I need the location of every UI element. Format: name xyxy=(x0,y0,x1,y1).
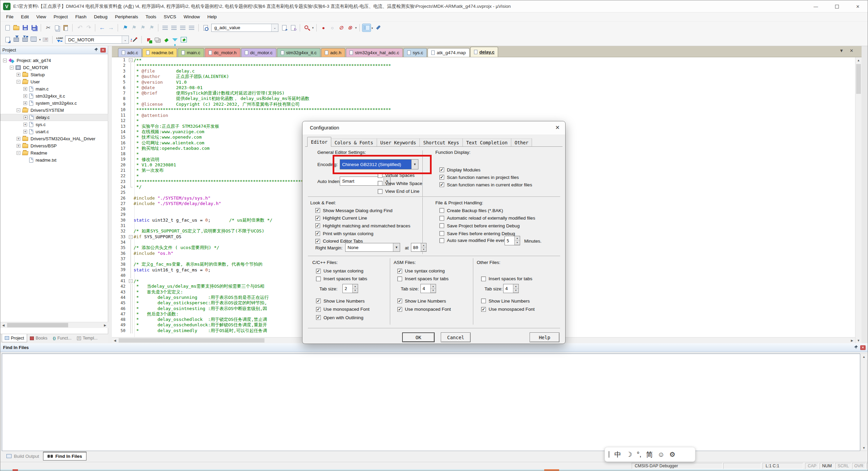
editor-tab-stm32g4xx-hal-adc-c[interactable]: stm32g4xx_hal_adc.c xyxy=(346,48,403,57)
menu-item-edit[interactable]: Edit xyxy=(17,13,33,21)
pin-icon[interactable] xyxy=(854,345,858,351)
scroll-right-icon[interactable]: ▶ xyxy=(102,322,108,328)
paste-icon[interactable] xyxy=(61,24,70,32)
output-tab-build-output[interactable]: Build Output xyxy=(2,452,43,460)
ime-moon-icon[interactable]: ☽ xyxy=(626,450,632,458)
editor-close-icon[interactable]: ✕ xyxy=(850,48,853,53)
disable-breakpoint-icon[interactable] xyxy=(337,24,346,32)
editor-tab-atk-g474-map[interactable]: atk_g474.map xyxy=(428,48,470,57)
save-icon[interactable] xyxy=(21,24,29,32)
copy-icon[interactable] xyxy=(52,24,61,32)
download-icon[interactable] xyxy=(55,36,64,44)
start-stop-debug-icon[interactable] xyxy=(144,36,153,44)
panel-tab-templ[interactable]: TTempl... xyxy=(74,334,100,342)
ime-simplified-icon[interactable]: 简 xyxy=(646,450,653,459)
scroll-down-icon[interactable]: ▼ xyxy=(855,337,862,343)
checkbox-open-with-outlining[interactable]: ✓ xyxy=(316,315,321,320)
checkbox-use-monospaced-font[interactable]: ✓ xyxy=(397,307,402,312)
project-panel-close-icon[interactable]: ✕ xyxy=(100,48,106,53)
scroll-up-icon[interactable]: ▲ xyxy=(855,57,862,63)
checkbox-use-monospaced-font[interactable]: ✓ xyxy=(316,307,321,312)
spin-up-icon[interactable]: ▲ xyxy=(353,284,358,289)
scroll-thumb[interactable] xyxy=(7,323,68,327)
insert-breakpoint-icon[interactable] xyxy=(319,24,328,32)
ime-emoji-icon[interactable]: ☺ xyxy=(658,451,665,458)
tree-item-readme-txt[interactable]: readme.txt xyxy=(0,157,108,164)
collapse-icon[interactable]: − xyxy=(17,108,20,112)
rebuild-all-icon[interactable] xyxy=(21,36,29,44)
tree-item-drivers-stm32g4xx-hal-driver[interactable]: +Drivers/STM32G4xx_HAL_Driver xyxy=(0,135,108,142)
checkbox-view-white-space[interactable] xyxy=(378,181,382,186)
toggle-bookmark-icon[interactable] xyxy=(120,24,129,32)
tree-item-sys-c[interactable]: +sys.c xyxy=(0,121,108,128)
expand-icon[interactable]: + xyxy=(24,116,27,119)
ime-punctuation-icon[interactable]: °, xyxy=(637,451,642,458)
tree-item-user[interactable]: −User xyxy=(0,78,108,85)
scroll-right-icon[interactable]: ▶ xyxy=(849,337,855,343)
chevron-down-icon[interactable]: ⌄ xyxy=(271,24,278,32)
maximize-button[interactable] xyxy=(826,0,847,13)
open-file-icon[interactable] xyxy=(12,24,21,32)
fold-collapse-icon[interactable]: − xyxy=(129,279,133,283)
spin-down-icon[interactable]: ▼ xyxy=(421,247,426,251)
tree-item-delay-c[interactable]: +delay.c xyxy=(0,114,108,121)
panel-tab-books[interactable]: Books xyxy=(27,334,50,342)
tree-item-project-atk-g474[interactable]: −Project: atk_g474 xyxy=(0,57,108,64)
pack-installer-icon[interactable] xyxy=(179,36,188,44)
menu-item-help[interactable]: Help xyxy=(204,13,221,21)
find-results-output[interactable] xyxy=(2,353,860,451)
debug-windows-icon[interactable] xyxy=(153,36,162,44)
options-for-target-icon[interactable] xyxy=(130,36,139,44)
incremental-find-icon[interactable] xyxy=(289,24,297,32)
checkbox-create-backup-files-bak[interactable] xyxy=(439,208,444,213)
panel-tab-funct[interactable]: {}Funct... xyxy=(50,334,74,342)
dialog-close-icon[interactable]: ✕ xyxy=(555,124,560,131)
find-icon[interactable] xyxy=(302,24,311,32)
output-tab-find-in-files[interactable]: Find In Files xyxy=(43,452,86,460)
checkbox-use-syntax-coloring[interactable]: ✓ xyxy=(397,269,402,273)
tree-item-main-c[interactable]: +main.c xyxy=(0,85,108,93)
checkbox-use-syntax-coloring[interactable]: ✓ xyxy=(316,269,321,273)
minimize-button[interactable]: — xyxy=(805,0,826,13)
ime-drag-handle[interactable] xyxy=(608,451,610,458)
scroll-left-icon[interactable]: ◀ xyxy=(0,322,6,328)
spin-down-icon[interactable]: ▼ xyxy=(513,289,518,293)
checkbox-automatic-reload-of-externally-modified-files[interactable] xyxy=(439,216,444,221)
checkbox-colored-editor-tabs[interactable]: ✓ xyxy=(315,239,320,244)
menu-item-file[interactable]: File xyxy=(2,13,17,21)
c-tab-size-spinner[interactable]: 2 ▲▼ xyxy=(342,284,358,293)
menu-item-tools[interactable]: Tools xyxy=(142,13,160,21)
find-vscrollbar[interactable]: ▲ ▼ xyxy=(861,353,867,451)
expand-icon[interactable]: + xyxy=(23,101,27,105)
collapse-icon[interactable]: − xyxy=(17,151,20,155)
checkbox-save-project-before-entering-debug[interactable] xyxy=(439,223,444,228)
checkbox-show-line-numbers[interactable] xyxy=(481,299,486,303)
search-combobox[interactable]: g_adc_value⌄ xyxy=(211,24,278,32)
editor-tab-dc-motor-h[interactable]: dc_motor.h xyxy=(205,48,240,57)
dialog-tab-colors-fonts[interactable]: Colors & Fonts xyxy=(331,138,377,147)
menu-item-window[interactable]: Window xyxy=(180,13,203,21)
collapse-icon[interactable]: − xyxy=(3,59,7,62)
editor-tab-delay-c[interactable]: delay.c xyxy=(470,47,498,57)
tree-item-startup[interactable]: +Startup xyxy=(0,71,108,78)
manage-rte-icon[interactable] xyxy=(162,36,171,44)
tree-item-driverss-bsp[interactable]: +Driverss/BSP xyxy=(0,142,108,149)
expand-icon[interactable]: + xyxy=(17,73,20,77)
help-button[interactable]: Help xyxy=(530,332,559,342)
tree-item-stm32g4xx-it-c[interactable]: +stm32g4xx_it.c xyxy=(0,93,108,100)
collapse-icon[interactable]: − xyxy=(17,80,20,84)
scroll-up-icon[interactable]: ▲ xyxy=(861,354,867,360)
editor-tab-main-c[interactable]: main.c xyxy=(178,48,204,57)
right-margin-column-spinner[interactable]: 80 ▲▼ xyxy=(411,243,427,252)
checkbox-view-end-of-line[interactable] xyxy=(378,189,382,194)
fold-collapse-icon[interactable]: − xyxy=(129,235,133,239)
close-button[interactable]: ✕ xyxy=(847,0,868,13)
translate-icon[interactable] xyxy=(3,36,12,44)
menu-item-project[interactable]: Project xyxy=(50,13,72,21)
cancel-button[interactable]: Cancel xyxy=(441,332,471,342)
checkbox-insert-spaces-for-tabs[interactable] xyxy=(481,277,486,281)
expand-icon[interactable]: + xyxy=(23,123,27,126)
navigate-back-icon[interactable] xyxy=(98,24,106,32)
menu-item-svcs[interactable]: SVCS xyxy=(160,13,180,21)
spin-down-icon[interactable]: ▼ xyxy=(515,241,520,245)
